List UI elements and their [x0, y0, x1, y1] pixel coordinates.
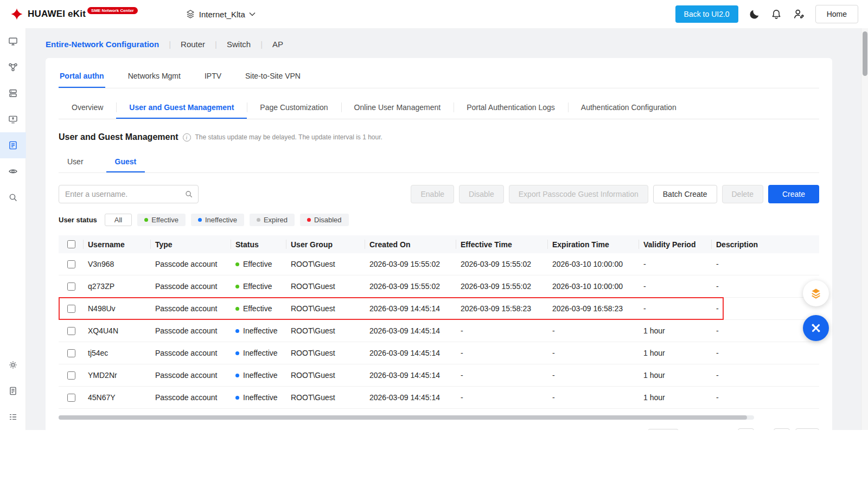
row-checkbox[interactable]	[67, 371, 75, 380]
cell-expiration-time: -	[548, 393, 639, 402]
row-checkbox[interactable]	[67, 349, 75, 357]
home-button[interactable]: Home	[815, 5, 858, 23]
filter-effective[interactable]: Effective	[137, 214, 186, 226]
tab-portal-authn[interactable]: Portal authn	[59, 66, 105, 88]
sidebar-item-monitoring[interactable]	[0, 158, 26, 184]
table-header: Username Type Status User Group Created …	[59, 235, 819, 253]
cell-created-on: 2026-03-09 14:45:14	[365, 326, 456, 335]
row-checkbox[interactable]	[67, 282, 75, 291]
filter-disabled[interactable]: Disabled	[300, 214, 349, 226]
col-expiration-time: Expiration Time	[548, 235, 639, 253]
nav-router[interactable]: Router	[181, 40, 205, 49]
tab-guest[interactable]: Guest	[106, 153, 145, 172]
page-size-select[interactable]: 10	[648, 429, 679, 430]
vertical-scrollbar-track[interactable]	[861, 28, 868, 430]
tab-iptv[interactable]: IPTV	[203, 66, 222, 88]
select-all-checkbox[interactable]	[67, 240, 75, 248]
toolbar-buttons: Enable Disable Export Passcode Guest Inf…	[411, 185, 819, 203]
user-edit-icon	[793, 8, 805, 20]
sidebar-item-topology[interactable]	[0, 54, 26, 80]
vertical-scrollbar-thumb[interactable]	[863, 31, 867, 76]
tab-overview[interactable]: Overview	[59, 97, 116, 119]
topbar: HUAWEI eKit SME Network Center Internet_…	[0, 0, 868, 28]
disable-button[interactable]: Disable	[459, 185, 504, 203]
gear-icon	[8, 360, 18, 370]
search-icon	[8, 192, 18, 202]
filter-expired[interactable]: Expired	[250, 214, 295, 226]
tab-networks-mgmt[interactable]: Networks Mgmt	[127, 66, 182, 88]
dark-mode-button[interactable]	[749, 9, 760, 20]
batch-create-button[interactable]: Batch Create	[653, 185, 717, 203]
eye-icon	[8, 166, 18, 176]
status-dot	[307, 218, 311, 222]
row-checkbox[interactable]	[67, 305, 75, 313]
page-jump-input[interactable]	[795, 428, 819, 430]
cell-username: N498Uv	[84, 304, 151, 313]
horizontal-scrollbar-thumb[interactable]	[59, 415, 747, 420]
cell-expiration-time: 2026-03-10 10:00:00	[548, 260, 639, 268]
enable-button[interactable]: Enable	[411, 185, 454, 203]
tab-portal-authentication-logs[interactable]: Portal Authentication Logs	[454, 97, 568, 119]
username-search-input[interactable]	[59, 185, 199, 203]
sidebar-item-screen-share[interactable]	[0, 106, 26, 132]
sidebar-spacer	[0, 210, 25, 352]
cell-status: Ineffective	[231, 326, 286, 335]
next-page-button[interactable]: ›	[774, 428, 790, 430]
huawei-flower-icon	[10, 7, 24, 21]
floating-layers-button[interactable]	[803, 280, 829, 306]
cell-user-group: ROOT\Guest	[286, 282, 365, 291]
cell-user-group: ROOT\Guest	[286, 393, 365, 402]
floating-tools-button[interactable]	[803, 315, 829, 341]
tab-authentication-configuration[interactable]: Authentication Configuration	[568, 97, 690, 119]
table-row: tj54ec Passcode account Ineffective ROOT…	[59, 342, 819, 364]
sidebar-item-settings[interactable]	[0, 352, 26, 378]
notifications-button[interactable]	[771, 9, 782, 20]
delete-button[interactable]: Delete	[722, 185, 763, 203]
back-to-ui2-button[interactable]: Back to UI2.0	[675, 5, 738, 23]
row-checkbox[interactable]	[67, 327, 75, 335]
nav-switch[interactable]: Switch	[227, 40, 251, 49]
cell-description: -	[712, 371, 819, 380]
create-button[interactable]: Create	[768, 185, 819, 203]
site-name: Internet_Klta	[199, 10, 245, 19]
table-row: q273ZP Passcode account Effective ROOT\G…	[59, 275, 819, 298]
horizontal-scrollbar-track[interactable]	[59, 415, 754, 420]
sidebar-item-monitor[interactable]	[0, 28, 26, 54]
sidebar-item-search[interactable]	[0, 184, 26, 210]
cell-created-on: 2026-03-09 14:45:14	[365, 349, 456, 357]
filter-ineffective[interactable]: Ineffective	[191, 214, 244, 226]
tab-site-to-site-vpn[interactable]: Site-to-Site VPN	[244, 66, 302, 88]
prev-page-button[interactable]: ‹	[738, 428, 754, 430]
nav-entire-network-configuration[interactable]: Entire-Network Configuration	[46, 40, 159, 49]
export-passcode-button[interactable]: Export Passcode Guest Information	[509, 185, 648, 203]
cell-description: -	[712, 393, 819, 402]
cell-created-on: 2026-03-09 15:55:02	[365, 282, 456, 291]
page-title: User and Guest Management	[59, 132, 178, 142]
row-checkbox[interactable]	[67, 260, 75, 268]
filter-all[interactable]: All	[105, 214, 132, 226]
cell-username: tj54ec	[84, 349, 151, 357]
table-row: 45N67Y Passcode account Ineffective ROOT…	[59, 387, 819, 409]
sidebar-item-configuration[interactable]	[0, 132, 26, 158]
nav-ap[interactable]: AP	[272, 40, 283, 49]
cell-validity-period: -	[639, 304, 712, 313]
tab-user[interactable]: User	[59, 153, 92, 172]
tab-online-user-management[interactable]: Online User Management	[341, 97, 454, 119]
col-validity-period: Validity Period	[639, 235, 712, 253]
tab-page-customization[interactable]: Page Customization	[247, 97, 341, 119]
sidebar-item-tasklist[interactable]	[0, 404, 26, 430]
row-checkbox[interactable]	[67, 394, 75, 402]
sidebar-item-logs[interactable]	[0, 378, 26, 404]
cell-validity-period: -	[639, 260, 712, 268]
col-effective-time: Effective Time	[456, 235, 548, 253]
cell-validity-period: 1 hour	[639, 371, 712, 380]
user-status-filter: User status All Effective Ineffective Ex…	[59, 214, 819, 226]
sidebar-item-devices[interactable]	[0, 80, 26, 106]
status-dot	[235, 262, 239, 266]
site-selector[interactable]: Internet_Klta	[186, 9, 256, 19]
user-profile-button[interactable]	[793, 8, 805, 20]
cell-expiration-time: -	[548, 349, 639, 357]
tab-user-and-guest-management[interactable]: User and Guest Management	[116, 97, 247, 119]
filter-label: User status	[59, 216, 97, 224]
cell-type: Passcode account	[151, 260, 231, 268]
